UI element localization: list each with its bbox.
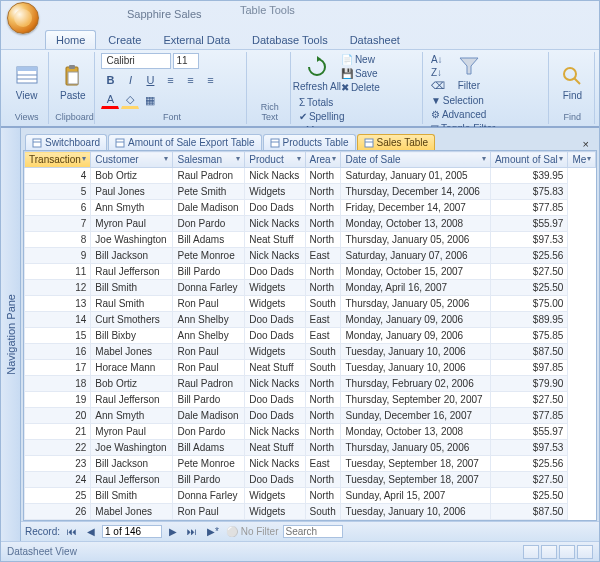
last-record-button[interactable]: ⏭: [184, 526, 200, 537]
fill-color-button[interactable]: ◇: [121, 91, 139, 109]
svg-marker-8: [460, 58, 478, 74]
record-position[interactable]: [102, 525, 162, 538]
table-row[interactable]: 19Raul JeffersonBill PardoDoo DadsNorthT…: [25, 392, 596, 408]
svg-rect-17: [365, 139, 373, 147]
find-button[interactable]: Find: [555, 63, 590, 102]
close-tab-button[interactable]: ×: [577, 138, 595, 150]
table-row[interactable]: 24Raul JeffersonBill PardoDoo DadsNorthT…: [25, 472, 596, 488]
table-row[interactable]: 17Horace MannRon PaulNeat StuffSouthTues…: [25, 360, 596, 376]
record-navigator: Record: ⏮ ◀ ▶ ⏭ ▶* ⚪ No Filter: [21, 521, 599, 541]
spelling-button[interactable]: ✔Spelling: [297, 110, 347, 123]
table-row[interactable]: 14Curt SmothersAnn ShelbyDoo DadsEastMon…: [25, 312, 596, 328]
table-row[interactable]: 4Bob OrtizRaul PadronNick NacksNorthSatu…: [25, 168, 596, 184]
filter-button[interactable]: Filter: [449, 53, 489, 92]
group-richtext: Rich Text: [249, 52, 290, 124]
ribbon: View Views Paste Clipboard Calibri11 B I…: [1, 49, 599, 127]
doc-tab[interactable]: Amount of Sale Export Table: [108, 134, 262, 150]
table-row[interactable]: 15Bill BixbyAnn ShelbyDoo DadsEastMonday…: [25, 328, 596, 344]
column-header[interactable]: Customer ▾: [91, 152, 173, 168]
bold-button[interactable]: B: [101, 71, 119, 89]
clear-sort-button[interactable]: ⌫: [429, 79, 447, 92]
new-record-nav-button[interactable]: ▶*: [204, 526, 222, 537]
next-record-button[interactable]: ▶: [166, 526, 180, 537]
first-record-button[interactable]: ⏮: [64, 526, 80, 537]
navigation-pane-collapsed[interactable]: Navigation Pane: [1, 128, 21, 541]
table-row[interactable]: 9Bill JacksonPete MonroeNick NacksEastSa…: [25, 248, 596, 264]
column-header[interactable]: Amount of Sal ▾: [490, 152, 568, 168]
group-find: Find Find: [551, 52, 595, 124]
group-font: Calibri11 B I U ≡ ≡ ≡ A ◇ ▦ Font: [97, 52, 247, 124]
column-header[interactable]: Transaction ▾: [25, 152, 91, 168]
view-button[interactable]: View: [9, 63, 44, 102]
delete-record-button[interactable]: ✖Delete: [339, 81, 382, 94]
table-row[interactable]: 12Bill SmithDonna FarleyWidgetsNorthMond…: [25, 280, 596, 296]
table-row[interactable]: 18Bob OrtizRaul PadronNick NacksNorthThu…: [25, 376, 596, 392]
ribbon-tab-database-tools[interactable]: Database Tools: [242, 31, 338, 49]
title-bar: Sapphire Sales Table Tools: [1, 1, 599, 27]
svg-rect-1: [17, 67, 37, 71]
doc-tab[interactable]: Products Table: [263, 134, 356, 150]
totals-button[interactable]: Σ Totals: [297, 96, 347, 109]
table-row[interactable]: 23Bill JacksonPete MonroeNick NacksEastT…: [25, 456, 596, 472]
gridlines-button[interactable]: ▦: [141, 91, 159, 109]
ribbon-tab-home[interactable]: Home: [45, 30, 96, 49]
table-row[interactable]: 6Ann SmythDale MadisonDoo DadsNorthFrida…: [25, 200, 596, 216]
paste-button[interactable]: Paste: [55, 63, 90, 102]
selection-button[interactable]: ▼Selection: [429, 94, 497, 107]
save-record-button[interactable]: 💾Save: [339, 67, 382, 80]
search-box[interactable]: [283, 525, 343, 538]
status-bar: Datasheet View: [1, 541, 599, 561]
column-header[interactable]: Area ▾: [305, 152, 341, 168]
table-row[interactable]: 16Mabel JonesRon PaulWidgetsSouthTuesday…: [25, 344, 596, 360]
table-row[interactable]: 21Myron PaulDon PardoNick NacksNorthMond…: [25, 424, 596, 440]
table-row[interactable]: 8Joe WashingtonBill AdamsNeat StuffNorth…: [25, 232, 596, 248]
table-row[interactable]: 22Joe WashingtonBill AdamsNeat StuffNort…: [25, 440, 596, 456]
doc-tab[interactable]: Switchboard: [25, 134, 107, 150]
new-record-button[interactable]: 📄New: [339, 53, 382, 66]
no-filter-indicator[interactable]: ⚪ No Filter: [226, 526, 279, 537]
ribbon-tab-external-data[interactable]: External Data: [153, 31, 240, 49]
font-size[interactable]: 11: [173, 53, 199, 69]
advanced-button[interactable]: ⚙Advanced: [429, 108, 497, 121]
font-name[interactable]: Calibri: [101, 53, 171, 69]
column-header[interactable]: Date of Sale ▾: [341, 152, 490, 168]
office-button[interactable]: [7, 2, 39, 34]
svg-marker-7: [317, 56, 321, 62]
datasheet-grid[interactable]: Transaction ▾Customer ▾Salesman ▾Product…: [23, 150, 597, 521]
underline-button[interactable]: U: [141, 71, 159, 89]
svg-rect-13: [116, 139, 124, 147]
ribbon-tab-create[interactable]: Create: [98, 31, 151, 49]
table-row[interactable]: 20Ann SmythDale MadisonDoo DadsNorthSund…: [25, 408, 596, 424]
sort-desc-button[interactable]: Z↓: [429, 66, 447, 79]
svg-rect-5: [69, 65, 75, 69]
view-switcher[interactable]: [523, 545, 593, 559]
prev-record-button[interactable]: ◀: [84, 526, 98, 537]
group-records: Refresh All 📄New 💾Save ✖Delete Σ Totals …: [293, 52, 423, 124]
refresh-button[interactable]: Refresh All: [297, 54, 337, 93]
font-color-button[interactable]: A: [101, 91, 119, 109]
align-center-button[interactable]: ≡: [181, 71, 199, 89]
doc-tab[interactable]: Sales Table: [357, 134, 436, 150]
ribbon-tabs: HomeCreateExternal DataDatabase ToolsDat…: [1, 27, 599, 49]
table-row[interactable]: 25Bill SmithDonna FarleyWidgetsNorthSund…: [25, 488, 596, 504]
svg-rect-15: [271, 139, 279, 147]
align-left-button[interactable]: ≡: [161, 71, 179, 89]
table-row[interactable]: 26Mabel JonesRon PaulWidgetsSouthTuesday…: [25, 504, 596, 520]
align-right-button[interactable]: ≡: [201, 71, 219, 89]
table-row[interactable]: 7Myron PaulDon PardoNick NacksNorthMonda…: [25, 216, 596, 232]
table-row[interactable]: 11Raul JeffersonBill PardoDoo DadsNorthM…: [25, 264, 596, 280]
table-row[interactable]: 5Paul JonesPete SmithWidgetsNorthThursda…: [25, 184, 596, 200]
group-clipboard: Paste Clipboard: [51, 52, 95, 124]
column-header[interactable]: Me ▾: [568, 152, 596, 168]
contextual-tool-label: Table Tools: [240, 4, 295, 16]
sort-asc-button[interactable]: A↓: [429, 53, 447, 66]
column-header[interactable]: Salesman ▾: [173, 152, 245, 168]
svg-rect-11: [33, 139, 41, 147]
group-views: View Views: [5, 52, 49, 124]
svg-rect-6: [68, 72, 78, 84]
italic-button[interactable]: I: [121, 71, 139, 89]
ribbon-tab-datasheet[interactable]: Datasheet: [340, 31, 410, 49]
column-header[interactable]: Product ▾: [245, 152, 305, 168]
view-mode-label: Datasheet View: [7, 546, 77, 557]
table-row[interactable]: 13Raul SmithRon PaulWidgetsSouthThursday…: [25, 296, 596, 312]
